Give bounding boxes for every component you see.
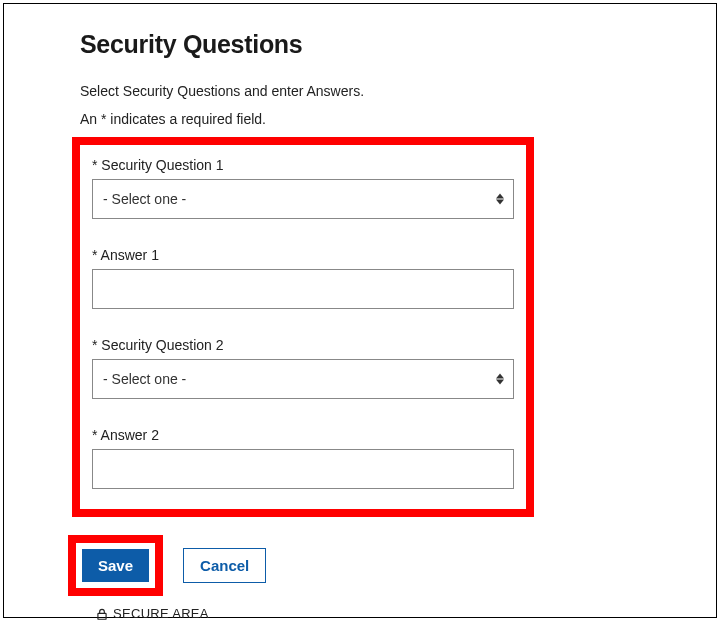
field-security-question-1: * Security Question 1 - Select one - bbox=[92, 157, 514, 219]
highlight-form-box: * Security Question 1 - Select one - * A… bbox=[72, 137, 534, 517]
form-container: Security Questions Select Security Quest… bbox=[3, 3, 717, 618]
input-answer-1[interactable] bbox=[92, 269, 514, 309]
select-security-question-2[interactable]: - Select one - bbox=[92, 359, 514, 399]
cancel-button[interactable]: Cancel bbox=[183, 548, 266, 583]
select-wrap-q1: - Select one - bbox=[92, 179, 514, 219]
label-security-question-2: * Security Question 2 bbox=[92, 337, 514, 353]
field-answer-2: * Answer 2 bbox=[92, 427, 514, 489]
select-wrap-q2: - Select one - bbox=[92, 359, 514, 399]
buttons-row: Save Cancel bbox=[68, 535, 680, 596]
field-security-question-2: * Security Question 2 - Select one - bbox=[92, 337, 514, 399]
label-security-question-1: * Security Question 1 bbox=[92, 157, 514, 173]
intro-text: Select Security Questions and enter Answ… bbox=[80, 83, 680, 99]
save-button[interactable]: Save bbox=[82, 549, 149, 582]
secure-area-label: SECURE AREA bbox=[95, 606, 680, 621]
lock-icon bbox=[95, 607, 109, 621]
page-title: Security Questions bbox=[80, 30, 680, 59]
select-security-question-1[interactable]: - Select one - bbox=[92, 179, 514, 219]
label-answer-2: * Answer 2 bbox=[92, 427, 514, 443]
label-answer-1: * Answer 1 bbox=[92, 247, 514, 263]
required-note: An * indicates a required field. bbox=[80, 111, 680, 127]
svg-rect-0 bbox=[98, 613, 106, 619]
secure-area-text: SECURE AREA bbox=[113, 606, 209, 621]
highlight-save-box: Save bbox=[68, 535, 163, 596]
input-answer-2[interactable] bbox=[92, 449, 514, 489]
field-answer-1: * Answer 1 bbox=[92, 247, 514, 309]
